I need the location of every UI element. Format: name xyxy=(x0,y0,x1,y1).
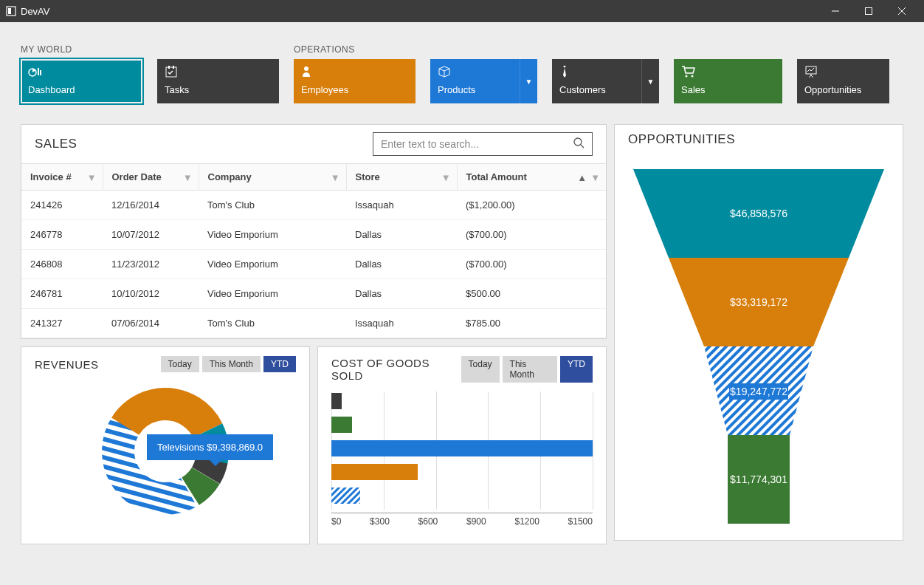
nav-group-label: OPERATIONS xyxy=(294,44,889,55)
svg-rect-11 xyxy=(173,66,174,69)
col-store[interactable]: Store▼ xyxy=(346,164,457,191)
svg-rect-7 xyxy=(38,68,39,75)
tile-products-menu[interactable]: ▼ xyxy=(520,59,537,103)
seg-month[interactable]: This Month xyxy=(503,356,557,383)
search-icon[interactable] xyxy=(573,137,585,151)
app-logo: DevAV xyxy=(6,6,50,17)
bar xyxy=(331,464,418,480)
opportunities-title: OPPORTUNITIES xyxy=(628,132,735,147)
box-icon xyxy=(438,65,512,81)
sort-asc-icon[interactable]: ▲ xyxy=(577,171,587,182)
opportunities-panel: OPPORTUNITIES $46,858,576 $33,319,172 $1… xyxy=(614,124,903,541)
title-bar: DevAV xyxy=(0,0,924,22)
tile-customers[interactable]: Customers ▼ xyxy=(552,59,659,103)
seg-month[interactable]: This Month xyxy=(202,356,261,372)
close-button[interactable] xyxy=(885,0,918,22)
table-row[interactable]: 24680811/23/2012Video EmporiumDallas($70… xyxy=(21,250,606,279)
funnel-chart: $46,858,576 $33,319,172 $19,247,772 $11,… xyxy=(615,154,903,531)
chart-tooltip: Televisions $9,398,869.0 xyxy=(147,434,273,460)
svg-rect-15 xyxy=(806,66,816,74)
table-row[interactable]: 24142612/16/2014Tom's ClubIssaquah($1,20… xyxy=(21,191,606,220)
svg-point-16 xyxy=(574,138,582,146)
cogs-chart: $0$300$600$900$1200$1500 xyxy=(318,386,606,527)
cogs-panel: COST OF GOODS SOLD Today This Month YTD xyxy=(317,346,607,544)
nav-group-label: MY WORLD xyxy=(21,44,279,55)
filter-icon[interactable]: ▼ xyxy=(331,171,340,182)
revenues-title: REVENUES xyxy=(35,358,99,371)
table-row[interactable]: 24678110/10/2012Video EmporiumDallas$500… xyxy=(21,279,606,309)
tie-icon xyxy=(559,65,634,81)
tile-products[interactable]: Products ▼ xyxy=(430,59,537,103)
svg-point-13 xyxy=(686,75,688,78)
svg-rect-3 xyxy=(865,8,872,15)
logo-icon xyxy=(6,6,16,16)
col-orderdate[interactable]: Order Date▼ xyxy=(103,164,199,191)
svg-point-12 xyxy=(304,66,308,71)
bar xyxy=(331,393,342,409)
tile-opportunities[interactable]: Opportunities xyxy=(797,59,889,103)
col-total[interactable]: Total Amount▲▼ xyxy=(457,164,606,191)
tile-dashboard[interactable]: Dashboard xyxy=(21,59,142,103)
funnel-label: $19,247,772 xyxy=(730,386,787,397)
nav-bar: MY WORLD Dashboard Tasks OPERATIONS Empl… xyxy=(0,22,924,124)
bar xyxy=(331,440,593,456)
sales-table: Invoice #▼ Order Date▼ Company▼ Store▼ T… xyxy=(21,163,606,338)
svg-rect-1 xyxy=(8,8,11,14)
sales-title: SALES xyxy=(35,137,77,151)
svg-rect-27 xyxy=(331,488,360,504)
presentation-icon xyxy=(804,65,882,81)
filter-icon[interactable]: ▼ xyxy=(441,171,451,182)
sales-panel: SALES Invoice #▼ Order Date▼ Company▼ St… xyxy=(21,124,607,339)
dashboard-icon xyxy=(28,65,135,81)
seg-ytd[interactable]: YTD xyxy=(560,356,593,383)
tile-sales[interactable]: Sales xyxy=(674,59,782,103)
funnel-label: $11,774,301 xyxy=(730,473,787,485)
maximize-button[interactable] xyxy=(852,0,885,22)
seg-today[interactable]: Today xyxy=(161,356,199,372)
seg-today[interactable]: Today xyxy=(461,356,500,383)
svg-rect-8 xyxy=(40,70,41,75)
filter-icon[interactable]: ▼ xyxy=(87,171,97,182)
bar xyxy=(331,488,360,504)
minimize-button[interactable] xyxy=(818,0,852,22)
cogs-title: COST OF GOODS SOLD xyxy=(331,357,461,382)
person-icon xyxy=(301,65,408,81)
tasks-icon xyxy=(165,65,272,81)
search-input[interactable] xyxy=(381,138,573,150)
cart-icon xyxy=(681,65,775,81)
tile-employees[interactable]: Employees xyxy=(294,59,416,103)
col-company[interactable]: Company▼ xyxy=(199,164,346,191)
tile-tasks[interactable]: Tasks xyxy=(157,59,279,103)
filter-icon[interactable]: ▼ xyxy=(183,171,193,182)
revenues-panel: REVENUES Today This Month YTD xyxy=(21,346,310,544)
svg-rect-10 xyxy=(168,66,170,69)
filter-icon[interactable]: ▼ xyxy=(590,171,600,182)
col-invoice[interactable]: Invoice #▼ xyxy=(21,164,103,191)
svg-point-14 xyxy=(692,75,694,78)
seg-ytd[interactable]: YTD xyxy=(263,356,296,372)
x-axis: $0$300$600$900$1200$1500 xyxy=(331,513,593,527)
table-row[interactable]: 24132707/06/2014Tom's ClubIssaquah$785.0… xyxy=(21,309,606,338)
search-box[interactable] xyxy=(373,132,593,156)
table-row[interactable]: 24677810/07/2012Video EmporiumDallas($70… xyxy=(21,220,606,250)
funnel-label: $46,858,576 xyxy=(730,208,787,219)
tile-customers-menu[interactable]: ▼ xyxy=(641,59,659,103)
app-title: DevAV xyxy=(21,6,50,17)
revenues-chart: Televisions $9,398,869.0 xyxy=(21,375,309,527)
bar xyxy=(331,417,352,433)
funnel-label: $33,319,172 xyxy=(730,296,787,308)
svg-line-17 xyxy=(581,145,584,148)
